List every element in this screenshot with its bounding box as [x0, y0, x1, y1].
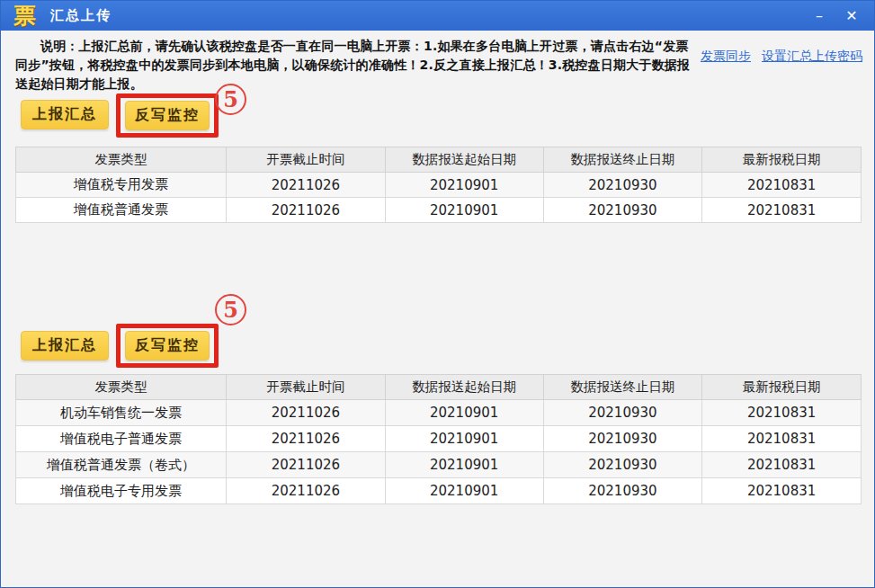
- table-row[interactable]: 增值税专用发票 20211026 20210901 20210930 20210…: [16, 173, 862, 198]
- invoice-type-cell: 增值税普通发票（卷式）: [16, 452, 227, 478]
- cell: 20210901: [385, 478, 543, 504]
- annotation-circle-5: 5: [215, 294, 246, 325]
- title-bar: 票 汇总上传 – ✕: [1, 1, 874, 31]
- table-header-row: 发票类型 开票截止时间 数据报送起始日期 数据报送终止日期 最新报税日期: [16, 375, 862, 400]
- cell: 20210930: [543, 452, 702, 478]
- summary-table-2: 发票类型 开票截止时间 数据报送起始日期 数据报送终止日期 最新报税日期 机动车…: [15, 374, 862, 504]
- cell: 20210831: [702, 173, 862, 198]
- rewrite-monitor-button[interactable]: 反写监控: [125, 331, 210, 361]
- cell: 20210831: [702, 478, 862, 504]
- window-controls: – ✕: [808, 5, 863, 27]
- cell: 20210901: [385, 400, 543, 426]
- invoice-app-logo-icon: 票: [13, 4, 36, 29]
- cell: 20210831: [702, 426, 862, 452]
- column-header: 数据报送终止日期: [543, 147, 702, 173]
- summary-table-1: 发票类型 开票截止时间 数据报送起始日期 数据报送终止日期 最新报税日期 增值税…: [15, 147, 862, 223]
- table-row[interactable]: 增值税普通发票 20211026 20210901 20210930 20210…: [16, 198, 862, 223]
- annotation-circle-5: 5: [215, 84, 246, 115]
- cell: 20210930: [543, 198, 702, 223]
- column-header: 发票类型: [16, 375, 227, 400]
- instructions-text: 说明：上报汇总前，请先确认该税控盘是否一直在同一电脑上开票：1.如果在多台电脑上…: [15, 37, 697, 94]
- minimize-icon[interactable]: –: [808, 5, 831, 27]
- highlight-box: 反写监控: [116, 324, 219, 368]
- invoice-type-cell: 增值税电子普通发票: [16, 426, 227, 452]
- cell: 20210901: [385, 198, 543, 223]
- cell: 20210901: [385, 173, 543, 198]
- cell: 20210831: [702, 198, 862, 223]
- cell: 20210831: [702, 400, 862, 426]
- rewrite-monitor-button[interactable]: 反写监控: [125, 101, 210, 130]
- link-group: 发票同步 设置汇总上传密码: [701, 49, 862, 65]
- invoice-sync-link[interactable]: 发票同步: [701, 49, 751, 65]
- cell: 20211026: [227, 452, 386, 478]
- cell: 20210930: [543, 426, 702, 452]
- column-header: 开票截止时间: [227, 147, 386, 173]
- report-summary-button[interactable]: 上报汇总: [21, 331, 109, 361]
- column-header: 发票类型: [16, 147, 227, 173]
- column-header: 数据报送终止日期: [543, 375, 702, 400]
- close-icon[interactable]: ✕: [840, 5, 863, 27]
- table-header-row: 发票类型 开票截止时间 数据报送起始日期 数据报送终止日期 最新报税日期: [16, 147, 862, 173]
- table-row[interactable]: 机动车销售统一发票 20211026 20210901 20210930 202…: [16, 400, 862, 426]
- table-row[interactable]: 增值税普通发票（卷式） 20211026 20210901 20210930 2…: [16, 452, 862, 478]
- column-header: 开票截止时间: [227, 375, 386, 400]
- column-header: 最新报税日期: [702, 147, 862, 173]
- cell: 20211026: [227, 478, 386, 504]
- window-title: 汇总上传: [50, 7, 112, 24]
- cell: 20210930: [543, 173, 702, 198]
- cell: 20210930: [543, 400, 702, 426]
- app-window: 票 汇总上传 – ✕ 说明：上报汇总前，请先确认该税控盘是否一直在同一电脑上开票…: [0, 0, 875, 588]
- column-header: 数据报送起始日期: [385, 147, 543, 173]
- invoice-type-cell: 增值税专用发票: [16, 173, 227, 198]
- report-summary-button[interactable]: 上报汇总: [21, 100, 109, 129]
- cell: 20210831: [702, 452, 862, 478]
- column-header: 最新报税日期: [702, 375, 862, 400]
- table-row[interactable]: 增值税电子专用发票 20211026 20210901 20210930 202…: [16, 478, 862, 504]
- cell: 20211026: [227, 173, 386, 198]
- cell: 20210930: [543, 478, 702, 504]
- column-header: 数据报送起始日期: [385, 375, 543, 400]
- invoice-type-cell: 机动车销售统一发票: [16, 400, 227, 426]
- table-row[interactable]: 增值税电子普通发票 20211026 20210901 20210930 202…: [16, 426, 862, 452]
- cell: 20211026: [227, 426, 386, 452]
- cell: 20211026: [227, 400, 386, 426]
- cell: 20210901: [385, 452, 543, 478]
- highlight-box: 反写监控: [116, 94, 219, 138]
- set-upload-password-link[interactable]: 设置汇总上传密码: [762, 49, 862, 65]
- invoice-type-cell: 增值税电子专用发票: [16, 478, 227, 504]
- cell: 20211026: [227, 198, 386, 223]
- cell: 20210901: [385, 426, 543, 452]
- invoice-type-cell: 增值税普通发票: [16, 198, 227, 223]
